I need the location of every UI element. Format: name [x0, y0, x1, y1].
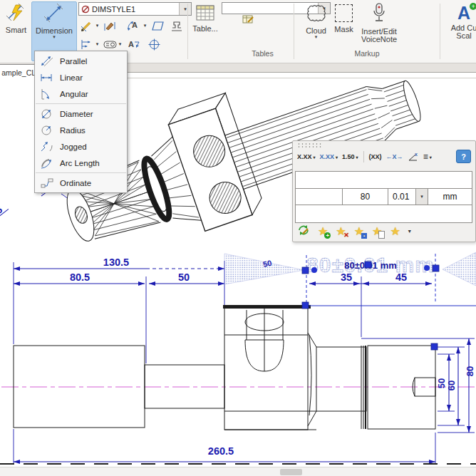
- dim-130-5[interactable]: 130.5: [103, 257, 129, 268]
- delete-favorite-button[interactable]: ★✕: [336, 226, 346, 237]
- dimension-value-field[interactable]: 80: [343, 189, 388, 205]
- part-outline-2d: [14, 306, 435, 430]
- favorites-menu-button[interactable]: ★: [390, 226, 400, 237]
- secondary-precision-button[interactable]: X.XX▾: [319, 150, 340, 164]
- dim-260-5[interactable]: 260.5: [208, 445, 234, 457]
- dim-60-right[interactable]: 60: [446, 381, 457, 390]
- scale-button[interactable]: 1.50▾: [341, 150, 360, 164]
- help-button[interactable]: ?: [456, 150, 471, 163]
- annotation-scale-icon: A +: [457, 3, 470, 23]
- menu-item-angular[interactable]: Angular: [35, 86, 127, 102]
- plus-badge-icon: +: [324, 232, 331, 239]
- value-row: 80 0.01 ▾ mm: [296, 188, 472, 205]
- add-scale-button[interactable]: A + Add Cu Scal: [443, 1, 476, 60]
- menu-item-ordinate[interactable]: Ordinate: [35, 175, 127, 191]
- caret-icon: ▾: [336, 155, 338, 160]
- parentheses-button[interactable]: (XX): [368, 150, 383, 164]
- dimension-value-panel: 80 0.01 ▾ mm: [295, 171, 472, 223]
- horizontal-scrollbar[interactable]: [0, 467, 476, 476]
- menu-item-diameter[interactable]: Diameter: [35, 105, 127, 122]
- dimensions-2d: [14, 261, 475, 465]
- baseline-dimension-caret-icon[interactable]: ▾: [94, 36, 100, 52]
- precision-button[interactable]: X.XX▾: [296, 150, 317, 164]
- add-scale-label-2: Scal: [456, 32, 471, 40]
- smart-dimension-button[interactable]: Smart: [1, 1, 31, 60]
- document-tab-label: ample_CL.: [1, 68, 38, 77]
- radius-dimension-icon: [40, 125, 54, 136]
- center-mark-tool[interactable]: [146, 36, 162, 52]
- linear-dimension-icon: [40, 72, 54, 83]
- unit-field[interactable]: mm: [428, 189, 472, 205]
- ordinate-dimension-icon: [40, 177, 54, 189]
- smart-dimension-icon: [6, 1, 27, 24]
- diameter-partial-label[interactable]: 25: [0, 204, 5, 219]
- dimension-palette: X.XX▾ X.XX▾ 1.50▾ (XX) ←X→ x ≡▾ ? 80 0.0…: [292, 140, 476, 242]
- smart-dimension-label: Smart: [6, 26, 26, 34]
- favorites-caret-icon[interactable]: ▾: [408, 229, 411, 234]
- jogged-dimension-icon: [40, 141, 54, 152]
- dimension-caret-icon: ▾: [53, 35, 56, 39]
- dim-80-right[interactable]: 80: [465, 366, 475, 376]
- lower-tolerance-field[interactable]: [296, 206, 472, 222]
- dimension-dropdown-menu: Parallel Linear Angular Diameter Radius …: [34, 51, 128, 193]
- dimension-pencil-caret-icon[interactable]: ▾: [94, 18, 100, 33]
- tolerance-combo[interactable]: 0.01 ▾: [388, 189, 428, 205]
- oblique-dimension-tool[interactable]: [150, 18, 166, 33]
- markup-group-label: Markup: [294, 49, 440, 58]
- menu-item-parallel[interactable]: Parallel: [35, 53, 127, 69]
- dim-50-right[interactable]: 50: [436, 378, 447, 388]
- menu-item-jogged[interactable]: Jogged: [35, 138, 127, 155]
- scrollbar-thumb[interactable]: [280, 469, 302, 475]
- save-favorite-button[interactable]: ★▪: [354, 226, 364, 237]
- cloud-caret-icon: ▾: [315, 35, 318, 39]
- dim-80-5[interactable]: 80.5: [70, 271, 90, 283]
- stamp-tool[interactable]: [168, 18, 185, 33]
- copy-favorite-button[interactable]: ★: [372, 226, 382, 237]
- update-style-button[interactable]: [297, 224, 310, 239]
- caret-icon: ▾: [314, 155, 316, 160]
- delete-badge-icon: ✕: [343, 232, 349, 239]
- dimension-pencil-tool[interactable]: [78, 18, 95, 33]
- dimension-texts: 130.5 80.5 50 35 45 260.5 50 60 80: [70, 257, 475, 457]
- dimension-icon: [43, 2, 65, 25]
- palette-drag-handle[interactable]: [297, 143, 321, 148]
- text-offset-button[interactable]: ←X→: [385, 150, 405, 164]
- dimension-brush-tool[interactable]: [102, 18, 118, 33]
- dimstyle-value: DIMSTYLE1: [92, 5, 135, 14]
- caret-icon: ▾: [356, 155, 358, 160]
- table-button[interactable]: Table...: [191, 1, 219, 60]
- text-leader-tool[interactable]: A: [125, 36, 142, 52]
- toolbar-separator: [363, 151, 364, 162]
- svg-text:x: x: [415, 152, 418, 157]
- dimstyle-combo[interactable]: DIMSTYLE1 ▾: [78, 2, 192, 16]
- prefix-field[interactable]: [296, 189, 343, 205]
- palette-toolbar: X.XX▾ X.XX▾ 1.50▾ (XX) ←X→ x ≡▾: [296, 149, 433, 165]
- tolerance-chevron-icon[interactable]: ▾: [415, 189, 428, 205]
- table-icon: [196, 4, 214, 23]
- menu-item-linear[interactable]: Linear: [35, 69, 127, 86]
- text-angle-tool[interactable]: A: [125, 18, 142, 33]
- caret-icon: ▾: [430, 155, 432, 160]
- inspect-dimension-tool[interactable]: [102, 36, 118, 52]
- dim-50-top[interactable]: 50: [178, 271, 190, 283]
- add-favorite-button[interactable]: ★+: [318, 226, 328, 237]
- baseline-dimension-tool[interactable]: [78, 36, 95, 52]
- inspect-dimension-caret-icon[interactable]: ▾: [117, 36, 123, 52]
- dimstyle-chevron-icon[interactable]: ▾: [179, 3, 191, 15]
- ghost-arrowhead-left: [224, 254, 304, 284]
- menu-separator: [36, 103, 126, 104]
- upper-tolerance-field[interactable]: [296, 172, 472, 188]
- arc-length-dimension-icon: [40, 157, 54, 169]
- menu-item-arc-length[interactable]: Arc Length: [35, 155, 127, 171]
- palette-favorites-bar: ★+ ★✕ ★▪ ★ ★ ▾: [297, 224, 411, 239]
- copy-badge-icon: [378, 231, 385, 239]
- text-align-button[interactable]: ≡▾: [422, 150, 433, 164]
- group-separator: [187, 4, 188, 59]
- menu-item-radius[interactable]: Radius: [35, 122, 127, 138]
- diameter-dimension-icon: [40, 108, 54, 120]
- text-angle-caret-icon[interactable]: ▾: [142, 18, 148, 33]
- table-edit-tool[interactable]: [241, 13, 255, 24]
- dimension-line-angle-button[interactable]: x: [406, 150, 420, 164]
- table-label: Table...: [192, 24, 217, 33]
- ghost-small-text: 50: [262, 259, 272, 269]
